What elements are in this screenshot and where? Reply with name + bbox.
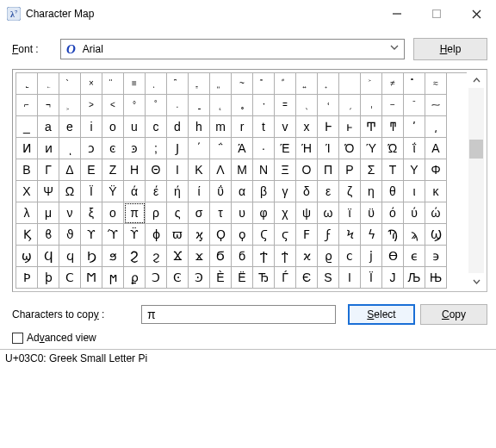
grid-cell[interactable]: ϣ: [16, 246, 38, 267]
grid-cell[interactable]: ϶: [425, 246, 447, 267]
grid-scrollbar[interactable]: [468, 72, 484, 289]
grid-cell[interactable]: ο: [102, 202, 124, 224]
grid-cell[interactable]: c: [146, 116, 167, 138]
grid-cell[interactable]: ͆: [167, 73, 189, 95]
grid-cell[interactable]: Ϳ: [167, 138, 189, 159]
grid-cell[interactable]: Ͽ: [189, 267, 210, 289]
grid-cell[interactable]: ͅ: [146, 73, 167, 95]
grid-cell[interactable]: Ό: [339, 138, 361, 159]
grid-cell[interactable]: Ϸ: [16, 267, 38, 289]
grid-cell[interactable]: ρ: [146, 202, 167, 224]
grid-cell[interactable]: ε: [318, 181, 339, 202]
grid-cell[interactable]: ͺ: [59, 138, 81, 159]
grid-cell[interactable]: ͽ: [124, 138, 146, 159]
grid-cell[interactable]: ~: [232, 73, 253, 95]
grid-cell[interactable]: a: [38, 116, 59, 138]
grid-cell[interactable]: ̎: [102, 73, 124, 95]
grid-cell[interactable]: ϐ: [38, 224, 59, 246]
grid-cell[interactable]: Ϗ: [16, 224, 38, 246]
grid-cell[interactable]: Ј: [382, 267, 404, 289]
grid-cell[interactable]: ͍: [296, 73, 318, 95]
grid-cell[interactable]: ϥ: [59, 246, 81, 267]
grid-cell[interactable]: ͱ: [339, 116, 361, 138]
grid-cell[interactable]: ϋ: [361, 202, 382, 224]
grid-cell[interactable]: ϭ: [232, 246, 253, 267]
grid-cell[interactable]: Ϊ: [81, 181, 102, 202]
grid-cell[interactable]: έ: [146, 181, 167, 202]
grid-cell[interactable]: ϒ: [81, 224, 102, 246]
grid-cell[interactable]: ˾: [16, 73, 38, 95]
grid-cell[interactable]: θ: [382, 181, 404, 202]
grid-cell[interactable]: ʹ: [404, 116, 425, 138]
grid-cell[interactable]: ͷ: [38, 138, 59, 159]
grid-cell[interactable]: ϫ: [189, 246, 210, 267]
grid-cell[interactable]: Ͳ: [361, 116, 382, 138]
grid-cell[interactable]: ·: [253, 138, 275, 159]
grid-cell[interactable]: Ϲ: [59, 267, 81, 289]
grid-cell[interactable]: Ѕ: [318, 267, 339, 289]
grid-cell[interactable]: Έ: [275, 138, 296, 159]
grid-cell[interactable]: ϯ: [275, 246, 296, 267]
grid-cell[interactable]: Φ: [425, 159, 447, 181]
grid-cell[interactable]: Π: [318, 159, 339, 181]
grid-cell[interactable]: ͈: [210, 73, 232, 95]
grid-cell[interactable]: ⁓: [425, 95, 447, 116]
grid-cell[interactable]: λ: [16, 202, 38, 224]
grid-cell[interactable]: _: [16, 116, 38, 138]
grid-cell[interactable]: Ё: [232, 267, 253, 289]
grid-cell[interactable]: Ψ: [38, 181, 59, 202]
grid-cell[interactable]: ≠: [382, 73, 404, 95]
grid-cell[interactable]: κ: [425, 181, 447, 202]
grid-cell[interactable]: ά: [124, 181, 146, 202]
grid-cell[interactable]: ≈: [425, 73, 447, 95]
grid-cell[interactable]: Ї: [361, 267, 382, 289]
grid-cell[interactable]: ί: [189, 181, 210, 202]
grid-cell[interactable]: ˛: [210, 95, 232, 116]
grid-cell[interactable]: Ͷ: [16, 138, 38, 159]
grid-cell[interactable]: Њ: [425, 267, 447, 289]
advanced-view-checkbox[interactable]: [12, 333, 23, 344]
grid-cell[interactable]: i: [81, 116, 102, 138]
grid-cell[interactable]: Κ: [189, 159, 210, 181]
grid-cell[interactable]: Ο: [296, 159, 318, 181]
grid-cell[interactable]: Ͼ: [167, 267, 189, 289]
grid-cell[interactable]: ϔ: [124, 224, 146, 246]
grid-cell[interactable]: π: [124, 202, 146, 224]
grid-cell[interactable]: o: [102, 116, 124, 138]
grid-cell[interactable]: ΰ: [210, 181, 232, 202]
grid-cell[interactable]: ˳: [232, 95, 253, 116]
copy-button[interactable]: Copy: [420, 304, 487, 325]
grid-cell[interactable]: m: [210, 116, 232, 138]
grid-cell[interactable]: Ϯ: [253, 246, 275, 267]
grid-cell[interactable]: φ: [253, 202, 275, 224]
grid-cell[interactable]: <: [102, 95, 124, 116]
grid-cell[interactable]: ι: [404, 181, 425, 202]
grid-cell[interactable]: Ά: [232, 138, 253, 159]
grid-cell[interactable]: ό: [382, 202, 404, 224]
grid-cell[interactable]: ×: [81, 73, 102, 95]
grid-cell[interactable]: v: [275, 116, 296, 138]
grid-cell[interactable]: Η: [124, 159, 146, 181]
grid-cell[interactable]: ΄: [189, 138, 210, 159]
grid-cell[interactable]: ω: [318, 202, 339, 224]
grid-cell[interactable]: ξ: [81, 202, 102, 224]
grid-cell[interactable]: ͏: [339, 73, 361, 95]
grid-cell[interactable]: Љ: [404, 267, 425, 289]
close-button[interactable]: [456, 0, 496, 28]
grid-cell[interactable]: ϴ: [382, 246, 404, 267]
grid-cell[interactable]: .: [167, 95, 189, 116]
grid-cell[interactable]: Ђ: [253, 267, 275, 289]
grid-cell[interactable]: ϧ: [102, 246, 124, 267]
grid-cell[interactable]: ˌ: [361, 95, 382, 116]
grid-cell[interactable]: ˉ: [404, 95, 425, 116]
grid-cell[interactable]: Є: [296, 267, 318, 289]
grid-cell[interactable]: ϰ: [296, 246, 318, 267]
grid-cell[interactable]: Ύ: [361, 138, 382, 159]
scroll-up-button[interactable]: [468, 72, 484, 88]
font-dropdown[interactable]: O Arial: [60, 39, 405, 59]
grid-cell[interactable]: t: [253, 116, 275, 138]
grid-cell[interactable]: β: [253, 181, 275, 202]
grid-cell[interactable]: x: [296, 116, 318, 138]
grid-cell[interactable]: ϸ: [38, 267, 59, 289]
grid-cell[interactable]: ς: [167, 202, 189, 224]
